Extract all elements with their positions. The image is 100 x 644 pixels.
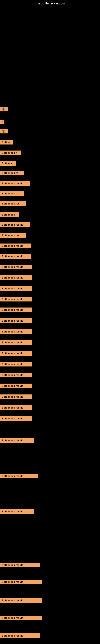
- bottleneck-result-badge[interactable]: Bottleneck result: [0, 580, 42, 584]
- bottleneck-result-badge[interactable]: B: [0, 120, 4, 124]
- list-item: Bottleneck result: [0, 598, 42, 604]
- bottleneck-result-badge[interactable]: Bottleneck re: [0, 171, 24, 175]
- list-item: Bottleneck result: [0, 351, 32, 357]
- list-item: Bottleneck result: [0, 563, 40, 568]
- bottleneck-result-badge[interactable]: Bottleneck result: [0, 563, 40, 567]
- list-item: Bottleneck res: [0, 233, 26, 239]
- bottleneck-result-badge[interactable]: Bottleneck result: [0, 474, 38, 478]
- list-item: Bottleneck result: [0, 474, 38, 480]
- bottleneck-result-badge[interactable]: Bottleneck result: [0, 222, 30, 227]
- list-item: Bottleneck result: [0, 308, 32, 313]
- list-item: Bottleneck result: [0, 222, 30, 228]
- bottleneck-result-badge[interactable]: Bottleneck result: [0, 329, 32, 334]
- list-item: B▌: [0, 129, 8, 135]
- bottleneck-result-badge[interactable]: Bottleneck result: [0, 509, 34, 514]
- bottleneck-result-badge[interactable]: Bottleneck result: [0, 244, 31, 248]
- list-item: Bottleneck resul: [0, 181, 30, 187]
- bottleneck-result-badge[interactable]: Bottleneck result: [0, 308, 32, 312]
- list-item: Bottleneck result: [0, 286, 32, 292]
- bottleneck-result-badge[interactable]: Bottleneck result: [0, 318, 32, 323]
- bottleneck-result-badge[interactable]: Bottleneck: [0, 212, 19, 217]
- bottleneck-result-badge[interactable]: Bottleneck result: [0, 394, 32, 399]
- bottleneck-result-badge[interactable]: Bottleneck result: [0, 416, 32, 421]
- list-item: Bottleneck result: [0, 394, 32, 400]
- list-item: Bottleneck result: [0, 254, 31, 260]
- list-item: Bottleneck result: [0, 340, 32, 346]
- bottleneck-result-badge[interactable]: Bottleneck res: [0, 201, 26, 206]
- bottleneck-result-badge[interactable]: Bottleneck result: [0, 405, 32, 410]
- list-item: Bottleneck result: [0, 438, 34, 444]
- bottleneck-result-badge[interactable]: Bottlen: [0, 140, 13, 144]
- list-item: Bottleneck result: [0, 318, 32, 324]
- list-item: B: [0, 120, 4, 126]
- site-title: TheBottlenecker.com: [0, 0, 100, 6]
- list-item: Bottleneck result: [0, 384, 32, 390]
- bottleneck-result-badge[interactable]: Bottleneck result: [0, 633, 40, 638]
- list-item: Bottleneck re: [0, 171, 24, 176]
- bottleneck-result-badge[interactable]: Bottleneck result: [0, 275, 32, 280]
- bottleneck-result-badge[interactable]: Bottleneck result: [0, 438, 34, 443]
- bottleneck-result-badge[interactable]: Bottleneck result: [0, 340, 32, 345]
- list-item: Bottleneck result: [0, 616, 42, 622]
- bottleneck-result-badge[interactable]: Bottleneck result: [0, 254, 31, 258]
- bottleneck-result-badge[interactable]: Bottleneck result: [0, 616, 42, 620]
- bottleneck-result-badge[interactable]: Bottleneck result: [0, 297, 32, 302]
- bottleneck-result-badge[interactable]: Bottleneck res: [0, 233, 26, 238]
- list-item: Bottleneck r: [0, 150, 21, 156]
- list-item: Bottleneck res: [0, 201, 26, 207]
- bottleneck-result-badge[interactable]: Bottleneck result: [0, 286, 32, 291]
- list-item: Bottleneck result: [0, 416, 32, 422]
- bottleneck-result-badge[interactable]: Bottlene: [0, 161, 16, 166]
- list-item: Bottleneck ra: [0, 191, 24, 197]
- list-item: Bottleneck result: [0, 580, 42, 586]
- list-item: Bottleneck result: [0, 633, 40, 639]
- list-item: Bottleneck result: [0, 297, 32, 303]
- list-item: Bottleneck result: [0, 265, 32, 270]
- bottleneck-result-badge[interactable]: Bottleneck r: [0, 150, 21, 155]
- list-item: Bottlene: [0, 161, 16, 167]
- list-item: Bottleneck result: [0, 275, 32, 281]
- list-item: Bottleneck: [0, 212, 19, 218]
- bottleneck-result-badge[interactable]: Bottleneck result: [0, 598, 42, 603]
- list-item: Bottleneck result: [0, 329, 32, 335]
- bottleneck-result-badge[interactable]: B▌: [0, 129, 8, 134]
- bottleneck-result-badge[interactable]: Bottleneck result: [0, 362, 32, 366]
- list-item: Bottleneck result: [0, 373, 32, 378]
- list-item: Bottlen: [0, 140, 13, 146]
- list-item: Bottleneck result: [0, 509, 34, 515]
- list-item: Bottleneck result: [0, 405, 32, 411]
- list-item: Bottleneck result: [0, 244, 31, 249]
- bottleneck-result-badge[interactable]: Bottleneck result: [0, 351, 32, 356]
- bottleneck-result-badge[interactable]: Bottleneck result: [0, 265, 32, 269]
- bottleneck-result-badge[interactable]: Bottleneck result: [0, 373, 32, 377]
- bottleneck-result-badge[interactable]: Bottleneck ra: [0, 191, 24, 196]
- list-item: B▌: [0, 107, 8, 112]
- bottleneck-result-badge[interactable]: Bottleneck resul: [0, 181, 30, 186]
- bottleneck-result-badge[interactable]: Bottleneck result: [0, 384, 32, 388]
- list-item: Bottleneck result: [0, 362, 32, 368]
- bottleneck-result-badge[interactable]: B▌: [0, 107, 8, 111]
